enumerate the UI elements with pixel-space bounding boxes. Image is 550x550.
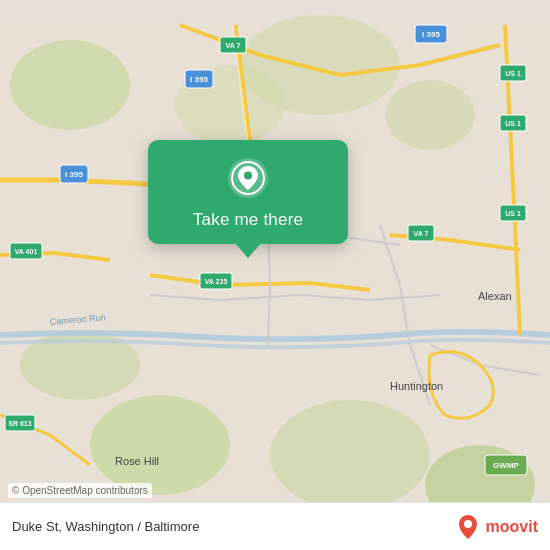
moovit-logo: moovit: [454, 513, 538, 541]
svg-text:GWMP: GWMP: [493, 461, 519, 470]
bottom-bar: Duke St, Washington / Baltimore moovit: [0, 502, 550, 550]
svg-point-40: [464, 520, 472, 528]
popup-card: Take me there: [148, 140, 348, 244]
location-label: Duke St, Washington / Baltimore: [12, 519, 199, 534]
svg-text:VA 7: VA 7: [414, 230, 429, 237]
moovit-logo-icon: [454, 513, 482, 541]
svg-text:Huntington: Huntington: [390, 380, 443, 392]
map-attribution: © OpenStreetMap contributors: [8, 483, 152, 498]
map-container: I 395 I 395 I 395 VA 7 US 1 US 1 US 1 VA…: [0, 0, 550, 550]
svg-text:VA 401: VA 401: [15, 248, 38, 255]
map-background: I 395 I 395 I 395 VA 7 US 1 US 1 US 1 VA…: [0, 0, 550, 550]
svg-text:I 395: I 395: [65, 170, 83, 179]
svg-text:VA 235: VA 235: [205, 278, 228, 285]
svg-point-3: [90, 395, 230, 495]
svg-point-39: [244, 172, 252, 180]
svg-point-4: [270, 400, 430, 510]
attribution-text: © OpenStreetMap contributors: [12, 485, 148, 496]
svg-point-1: [10, 40, 130, 130]
svg-text:SR 613: SR 613: [8, 420, 31, 427]
svg-text:US 1: US 1: [505, 210, 521, 217]
svg-text:Rose Hill: Rose Hill: [115, 455, 159, 467]
svg-text:VA 7: VA 7: [226, 42, 241, 49]
location-pin-icon: [226, 156, 270, 200]
svg-text:I 395: I 395: [422, 30, 440, 39]
moovit-brand-text: moovit: [486, 518, 538, 536]
svg-text:Alexan: Alexan: [478, 290, 512, 302]
svg-text:I 395: I 395: [190, 75, 208, 84]
take-me-there-button[interactable]: Take me there: [193, 210, 303, 230]
svg-text:US 1: US 1: [505, 120, 521, 127]
svg-point-8: [385, 80, 475, 150]
svg-text:US 1: US 1: [505, 70, 521, 77]
